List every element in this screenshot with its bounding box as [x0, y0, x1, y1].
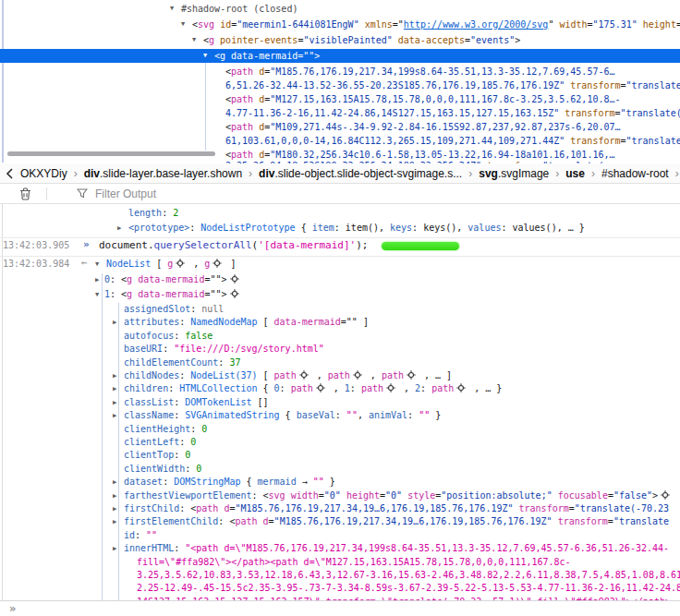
- markup-tree-row[interactable]: ▼<g pointer-events="visiblePainted" data…: [0, 33, 680, 47]
- inspect-crosshair-icon[interactable]: [176, 259, 185, 272]
- horizontal-scrollbar-thumb[interactable]: [7, 151, 215, 156]
- expand-arrow-icon[interactable]: ▶: [95, 273, 99, 286]
- row-text: assignedSlot: null: [124, 303, 224, 316]
- filter-output-input[interactable]: [93, 187, 282, 201]
- inspect-crosshair-icon[interactable]: [456, 383, 466, 396]
- console-output[interactable]: length: 2▶<prototype>: NodeListPrototype…: [0, 204, 680, 600]
- expand-arrow-icon[interactable]: ▼: [181, 18, 185, 31]
- expand-arrow-icon[interactable]: ▼: [170, 2, 174, 16]
- row-text: document.querySelectorAll('[data-mermaid…: [99, 239, 368, 252]
- row-text: #shadow-root (closed): [181, 2, 298, 16]
- chevron-left-icon: [6, 168, 13, 179]
- indent-guide-line: [118, 303, 119, 600]
- filter-funnel-icon: [77, 188, 88, 199]
- expand-arrow-icon[interactable]: ▶: [113, 369, 116, 382]
- row-text: childNodes: NodeList(37) [ path , path ,…: [124, 369, 452, 383]
- row-text: <prototype>: NodeListPrototype { item: i…: [128, 222, 585, 235]
- breadcrumb-separator-icon: ›: [249, 167, 252, 180]
- console-tree-row[interactable]: ▶<prototype>: NodeListPrototype { item: …: [0, 222, 680, 235]
- markup-tree-row[interactable]: <path d="M127.15,163.15A15.78,15.78,0,0,…: [0, 92, 680, 106]
- row-text: clientTop: 0: [124, 449, 190, 462]
- markup-tree-row[interactable]: ▼#shadow-root (closed): [0, 2, 680, 16]
- breadcrumb-item[interactable]: div.slide-layer.base-layer.shown: [84, 167, 242, 180]
- inspect-crosshair-icon[interactable]: [316, 383, 325, 396]
- expand-arrow-icon[interactable]: ▶: [113, 515, 116, 528]
- console-input-bar[interactable]: »: [0, 600, 680, 616]
- console-tree-row[interactable]: length: 2: [0, 207, 680, 220]
- row-text: firstChild: <path d="M185.76,176.19,217.…: [124, 502, 669, 515]
- row-text: fill=\"#ffa982\"></path><path d=\"M127.1…: [137, 556, 571, 569]
- timestamp: 13:42:03.905: [3, 239, 69, 252]
- trash-icon: [19, 187, 31, 200]
- console-tree-row[interactable]: 13:42:03.905»document.querySelectorAll('…: [0, 239, 680, 252]
- markup-tree-row[interactable]: 61,103.61,0,0,0-14,16.84C112.3,265.15,10…: [0, 134, 680, 148]
- breadcrumb-item[interactable]: #shadow-root: [601, 167, 669, 180]
- input-chevron-icon: »: [83, 238, 90, 251]
- row-text: innerHTML: "<path d=\"M185.76,176.19,217…: [124, 542, 669, 555]
- inspect-crosshair-icon[interactable]: [386, 383, 395, 396]
- row-text: 4.77-11.36-2-16,11.42-24.86,14S127.15,16…: [225, 106, 680, 120]
- selected-node-row[interactable]: ▼<g data-mermaid="">: [0, 49, 680, 63]
- row-text: baseURI: "file:///D:/svg/story.html": [124, 343, 324, 356]
- row-text: farthestViewportElement: <svg width="0" …: [124, 489, 673, 503]
- message-divider: [0, 256, 680, 257]
- markup-tree-row[interactable]: <path d="M185.76,176.19,217.34,199s8.64-…: [0, 65, 680, 79]
- row-text: firstElementChild: <path d="M185.76,176.…: [124, 515, 669, 528]
- markup-tree-row[interactable]: 6,51.26-32.44-13.52-36.55-20.23S185.76,1…: [0, 79, 680, 92]
- breadcrumb: OKXYDiy›div.slide-layer.base-layer.shown…: [20, 167, 680, 180]
- breadcrumb-separator-icon: ›: [555, 167, 559, 180]
- breadcrumb-item[interactable]: use: [565, 167, 585, 180]
- console-toolbar: [0, 184, 680, 204]
- inspect-crosshair-icon[interactable]: [661, 490, 670, 503]
- row-text: className: SVGAnimatedString { baseVal: …: [124, 409, 441, 422]
- inspect-crosshair-icon[interactable]: [230, 289, 239, 302]
- inspect-crosshair-icon[interactable]: [299, 370, 309, 383]
- expand-arrow-icon[interactable]: ▶: [113, 502, 116, 515]
- row-text: dataset: DOMStringMap { mermaid → "" }: [124, 476, 335, 489]
- breadcrumb-item[interactable]: div.slide-object.slide-object-svgimage.s…: [259, 167, 462, 180]
- row-text: <g pointer-events="visiblePainted" data-…: [203, 33, 520, 47]
- expand-arrow-icon[interactable]: ▶: [113, 476, 116, 489]
- breadcrumb-item[interactable]: svg.svgImage: [479, 167, 549, 180]
- console-prompt-chevron-icon: »: [9, 602, 15, 615]
- expand-arrow-icon[interactable]: ▶: [113, 396, 116, 409]
- timestamp: 13:42:03.984: [3, 258, 69, 271]
- expand-arrow-icon[interactable]: ▶: [113, 382, 116, 395]
- devtools-window: ▼#shadow-root (closed)▼<svg id="meermin1…: [0, 0, 680, 616]
- inspect-crosshair-icon[interactable]: [353, 370, 362, 383]
- row-text: autofocus: false: [124, 330, 212, 343]
- message-divider: [0, 237, 680, 238]
- markup-tree-row[interactable]: ▼<svg id="meermin1-644i081EngW" xmlns="h…: [0, 18, 680, 31]
- breadcrumb-separator-icon: ›: [74, 167, 78, 180]
- expand-arrow-icon[interactable]: ▼: [203, 49, 207, 63]
- filter-output-field: [77, 187, 282, 201]
- expand-arrow-icon[interactable]: ▶: [113, 409, 116, 422]
- row-text: 6,51.26-32.44-13.52-36.55-20.23S185.76,1…: [225, 79, 680, 92]
- inspect-crosshair-icon[interactable]: [230, 274, 239, 287]
- row-text: id: "": [124, 529, 157, 542]
- expand-arrow-icon[interactable]: ▼: [95, 258, 99, 271]
- result-arrow-icon: ←: [81, 257, 88, 270]
- expand-arrow-icon[interactable]: ▼: [192, 33, 196, 47]
- inspect-crosshair-icon[interactable]: [407, 370, 416, 383]
- expand-arrow-icon[interactable]: ▼: [95, 288, 99, 301]
- row-text: clientWidth: 0: [124, 463, 201, 476]
- row-text: childElementCount: 37: [124, 356, 240, 369]
- markup-tree-row[interactable]: <path d="M109,271.44s-.34-9.92-2.84-16.1…: [0, 120, 680, 134]
- inspect-crosshair-icon[interactable]: [212, 259, 222, 272]
- expand-arrow-icon[interactable]: ▶: [117, 222, 121, 235]
- indent-guide-line: [102, 273, 103, 600]
- breadcrumb-separator-icon: ›: [675, 167, 679, 180]
- row-text: 3.25,3.5.62,10.83,3.53,12.18,6.43,3,12.6…: [137, 569, 680, 582]
- row-text: <path d="M127.15,163.15A15.78,15.78,0,0,…: [225, 92, 621, 106]
- console-tree-row[interactable]: 13:42:03.984←▼NodeList [ g , g ]: [0, 258, 680, 271]
- breadcrumb-item[interactable]: OKXYDiy: [20, 167, 67, 180]
- expand-arrow-icon[interactable]: ▶: [113, 489, 116, 502]
- inspector-markup-view[interactable]: ▼#shadow-root (closed)▼<svg id="meermin1…: [0, 0, 680, 164]
- breadcrumb-back-button[interactable]: [6, 168, 13, 179]
- expand-arrow-icon[interactable]: ▶: [113, 316, 116, 329]
- indent-guide-line: [205, 63, 206, 151]
- expand-arrow-icon[interactable]: ▶: [113, 542, 116, 555]
- markup-tree-row[interactable]: 4.77-11.36-2-16,11.42-24.86,14S127.15,16…: [0, 106, 680, 120]
- clear-console-button[interactable]: [13, 185, 37, 203]
